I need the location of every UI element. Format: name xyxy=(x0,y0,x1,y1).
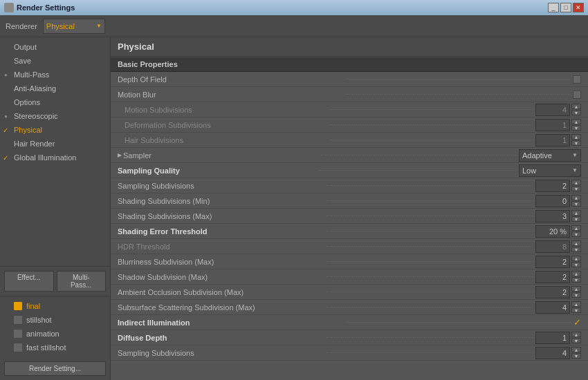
sampling-quality-arrow: ▼ xyxy=(572,167,578,173)
spin-up[interactable]: ▲ xyxy=(571,195,581,200)
dropdown-sampling-quality[interactable]: Low ▼ xyxy=(519,164,581,177)
input-sampling-subdivisions[interactable] xyxy=(535,180,570,192)
spin-up[interactable]: ▲ xyxy=(571,180,581,185)
input-sss-max[interactable] xyxy=(535,301,570,314)
spin-up[interactable]: ▲ xyxy=(571,256,581,261)
spin-down[interactable]: ▼ xyxy=(571,201,581,207)
main-content: Output Save ● Multi-Pass Anti-Aliasing O… xyxy=(0,37,588,380)
preset-item-faststillshot[interactable]: fast stillshot xyxy=(0,341,110,354)
spin-up[interactable]: ▲ xyxy=(571,271,581,276)
effects-button[interactable]: Effect... xyxy=(4,271,54,292)
input-motion-subdivisions[interactable] xyxy=(535,104,570,116)
spin-up[interactable]: ▲ xyxy=(571,332,581,337)
sidebar-item-label: Options xyxy=(14,98,40,106)
value-indirect-illumination: ✓ xyxy=(573,317,581,327)
preset-icon xyxy=(14,316,22,324)
section-indirect: Indirect Illumination ✓ Diffuse Depth ▲ xyxy=(111,315,588,361)
spin-up[interactable]: ▲ xyxy=(571,210,581,216)
dots-motion-blur xyxy=(345,94,570,95)
sidebar-item-label: Save xyxy=(14,57,31,65)
spin-down[interactable]: ▼ xyxy=(571,110,581,115)
input-deformation-subdivisions[interactable] xyxy=(535,119,570,131)
sidebar-item-antialiasing[interactable]: Anti-Aliasing xyxy=(0,82,110,95)
spin-shading-error: ▲ ▼ xyxy=(571,225,581,237)
value-sampling-quality: Low ▼ xyxy=(519,164,581,177)
preset-item-animation[interactable]: animation xyxy=(0,327,110,341)
checkbox-motion-blur[interactable] xyxy=(573,91,581,99)
spin-up[interactable]: ▲ xyxy=(571,104,581,109)
input-shading-error[interactable] xyxy=(535,225,570,238)
input-blurriness-max[interactable] xyxy=(535,256,570,268)
sidebar-item-multipass[interactable]: ● Multi-Pass xyxy=(0,68,110,82)
dots-shading-error xyxy=(327,231,533,231)
sidebar-item-stereoscopic[interactable]: ● Stereoscopic xyxy=(0,109,110,123)
label-ao-max: Ambient Occlusion Subdivision (Max) xyxy=(118,288,324,296)
input-shading-min[interactable] xyxy=(535,195,570,207)
sidebar-item-label: Global Illumination xyxy=(14,153,77,162)
label-shading-error: Shading Error Threshold xyxy=(118,227,324,236)
spin-down[interactable]: ▼ xyxy=(571,262,581,267)
spin-down[interactable]: ▼ xyxy=(571,292,581,298)
input-hair-subdivisions[interactable] xyxy=(535,134,570,146)
spin-up[interactable]: ▲ xyxy=(571,347,581,352)
label-depth-of-field: Depth Of Field xyxy=(118,75,342,84)
render-setting-button[interactable]: Render Setting... xyxy=(4,361,106,376)
spin-down[interactable]: ▼ xyxy=(571,307,581,313)
spin-down[interactable]: ▼ xyxy=(571,353,581,359)
spin-down[interactable]: ▼ xyxy=(571,186,581,191)
dot-indicator: ● xyxy=(4,72,8,78)
preset-item-stillshot[interactable]: stillshot xyxy=(0,313,110,327)
sidebar-item-label: Output xyxy=(14,43,37,51)
input-shadow-max[interactable] xyxy=(535,271,570,283)
minimize-button[interactable]: _ xyxy=(548,3,559,12)
label-shading-min: Shading Subdivisions (Min) xyxy=(118,197,324,205)
label-sampler: Sampler xyxy=(123,151,318,160)
check-indirect-illumination[interactable]: ✓ xyxy=(573,317,581,327)
sidebar-item-hairrender[interactable]: Hair Render xyxy=(0,137,110,151)
value-hair-subdivisions: ▲ ▼ xyxy=(535,134,581,146)
dots-shadow-max xyxy=(327,276,533,277)
spin-down[interactable]: ▼ xyxy=(571,247,581,252)
multipass-button[interactable]: Multi-Pass... xyxy=(57,271,107,292)
checkbox-depth-of-field[interactable] xyxy=(573,75,581,84)
spin-down[interactable]: ▼ xyxy=(571,338,581,343)
preset-active-icon xyxy=(14,302,22,310)
spin-down[interactable]: ▼ xyxy=(571,277,581,283)
spin-down[interactable]: ▼ xyxy=(571,140,581,146)
preset-label: fast stillshot xyxy=(26,343,66,352)
row-sampling-subdivisions: Sampling Subdivisions ▲ ▼ xyxy=(111,178,588,193)
renderer-select[interactable]: Physical ▼ xyxy=(43,19,105,34)
presets-list: final stillshot animation fast stillshot xyxy=(0,296,110,357)
preset-item-final[interactable]: final xyxy=(0,299,110,313)
spin-down[interactable]: ▼ xyxy=(571,125,581,131)
label-motion-subdivisions: Motion Subdivisions xyxy=(118,106,327,114)
spin-down[interactable]: ▼ xyxy=(571,231,581,237)
maximize-button[interactable]: □ xyxy=(560,3,571,12)
sidebar-item-save[interactable]: Save xyxy=(0,54,110,68)
spin-down[interactable]: ▼ xyxy=(571,216,581,222)
spin-up[interactable]: ▲ xyxy=(571,134,581,140)
row-shading-min: Shading Subdivisions (Min) ▲ ▼ xyxy=(111,193,588,209)
sidebar-item-output[interactable]: Output xyxy=(0,40,110,54)
row-sampler: ▶ Sampler Adaptive ▼ xyxy=(111,148,588,163)
dots-sampling-subdivisions-indirect xyxy=(327,352,533,353)
spin-up[interactable]: ▲ xyxy=(571,286,581,292)
spin-up[interactable]: ▲ xyxy=(571,301,581,307)
input-shading-max[interactable] xyxy=(535,210,570,222)
spin-up[interactable]: ▲ xyxy=(571,240,581,246)
value-shadow-max: ▲ ▼ xyxy=(535,271,581,283)
sidebar-item-options[interactable]: Options xyxy=(0,95,110,109)
input-sampling-subdivisions-indirect[interactable] xyxy=(535,347,570,359)
sidebar-item-globalillumination[interactable]: ✓ Global Illumination xyxy=(0,151,110,164)
sidebar-item-physical[interactable]: ✓ Physical xyxy=(0,123,110,137)
input-ao-max[interactable] xyxy=(535,286,570,298)
input-diffuse-depth[interactable] xyxy=(535,332,570,344)
spin-up[interactable]: ▲ xyxy=(571,119,581,124)
close-button[interactable]: ✕ xyxy=(573,3,584,12)
value-blurriness-max: ▲ ▼ xyxy=(535,256,581,268)
input-hdr-threshold[interactable] xyxy=(535,240,570,253)
spin-up[interactable]: ▲ xyxy=(571,225,581,231)
dropdown-sampler[interactable]: Adaptive ▼ xyxy=(519,149,581,162)
dots-diffuse-depth xyxy=(327,337,533,338)
sampler-expand-arrow: ▶ xyxy=(118,152,122,158)
